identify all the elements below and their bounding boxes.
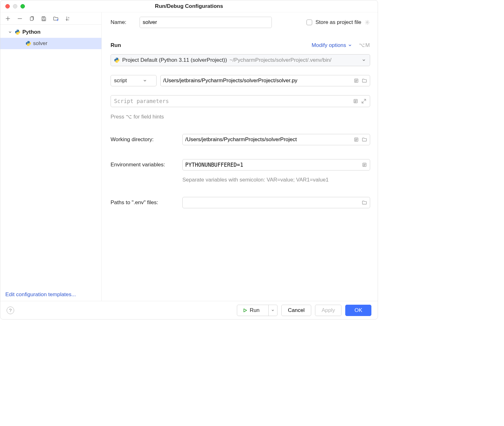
python-icon — [114, 57, 120, 63]
run-section-title: Run — [111, 42, 121, 49]
name-label: Name: — [111, 19, 134, 26]
env-vars-row: Environment variables: — [111, 159, 370, 170]
env-files-label: Paths to ".env" files: — [111, 199, 177, 206]
env-files-input[interactable] — [185, 197, 359, 208]
tree-node-label: Python — [22, 29, 41, 35]
remove-configuration-icon[interactable] — [17, 15, 23, 22]
script-path-field — [160, 75, 370, 86]
cancel-button[interactable]: Cancel — [281, 305, 311, 316]
env-vars-input[interactable] — [185, 159, 359, 170]
run-button-dropdown[interactable] — [268, 305, 277, 316]
svg-rect-1 — [43, 19, 45, 20]
working-directory-row: Working directory: — [111, 134, 370, 145]
script-mode-dropdown[interactable]: script — [111, 75, 157, 86]
interpreter-label: Project Default (Python 3.11 (solverProj… — [122, 57, 227, 63]
name-input[interactable] — [140, 17, 272, 28]
folder-icon[interactable] — [362, 200, 367, 205]
env-vars-field — [182, 159, 370, 170]
ok-button[interactable]: OK — [345, 305, 371, 316]
save-configuration-icon[interactable] — [41, 15, 47, 22]
working-directory-label: Working directory: — [111, 136, 177, 143]
tree-node-python[interactable]: Python — [0, 26, 101, 38]
script-row: script — [111, 75, 370, 86]
window-title: Run/Debug Configurations — [0, 3, 378, 9]
sort-configurations-icon[interactable]: az — [65, 15, 71, 22]
field-hints-text: Press ⌥ for field hints — [111, 113, 370, 120]
cancel-button-label: Cancel — [288, 307, 305, 314]
edit-templates-link[interactable]: Edit configuration templates... — [5, 291, 76, 298]
modify-options-link[interactable]: Modify options — [312, 42, 352, 49]
env-files-row: Paths to ".env" files: — [111, 197, 370, 208]
python-icon — [15, 29, 20, 35]
folder-icon[interactable] — [362, 78, 367, 83]
sidebar: az Python solver — [0, 12, 102, 301]
apply-button-label: Apply — [322, 307, 335, 314]
run-split-button: Run — [237, 305, 278, 316]
gear-icon[interactable] — [364, 20, 370, 25]
script-mode-value: script — [114, 78, 127, 84]
interpreter-dropdown[interactable]: Project Default (Python 3.11 (solverProj… — [111, 54, 370, 66]
interpreter-path: ~/PycharmProjects/solverProject/.venv/bi… — [230, 57, 358, 63]
working-directory-field — [182, 134, 370, 145]
expand-icon[interactable] — [361, 98, 367, 104]
python-icon — [26, 41, 31, 46]
store-checkbox[interactable] — [306, 20, 312, 25]
store-label: Store as project file — [315, 19, 361, 26]
dialog-footer: ? Run Cancel Apply OK — [0, 301, 378, 319]
tree-node-solver[interactable]: solver — [0, 38, 101, 49]
svg-text:z: z — [68, 19, 69, 21]
store-as-project-file[interactable]: Store as project file — [306, 19, 370, 26]
script-parameters-input[interactable] — [114, 95, 350, 107]
apply-button[interactable]: Apply — [315, 305, 342, 316]
help-icon[interactable]: ? — [7, 307, 14, 314]
history-icon[interactable] — [353, 78, 359, 83]
chevron-down-icon — [271, 309, 274, 312]
svg-text:a: a — [68, 16, 69, 19]
sidebar-toolbar: az — [0, 12, 101, 25]
play-icon — [243, 308, 247, 313]
run-button[interactable]: Run — [237, 305, 265, 316]
run-section-header: Run Modify options ⌥M — [111, 42, 370, 49]
titlebar: Run/Debug Configurations — [0, 0, 378, 12]
configurations-tree: Python solver — [0, 25, 101, 51]
modify-options-shortcut: ⌥M — [359, 42, 370, 49]
chevron-down-icon — [142, 78, 148, 83]
history-icon[interactable] — [362, 162, 367, 168]
name-row: Name: Store as project file — [111, 17, 370, 28]
svg-rect-2 — [43, 17, 44, 18]
chevron-down-icon — [348, 43, 352, 47]
svg-rect-0 — [30, 17, 33, 20]
env-vars-label: Environment variables: — [111, 162, 177, 168]
chevron-down-icon — [361, 57, 367, 63]
copy-configuration-icon[interactable] — [29, 15, 35, 22]
run-button-label: Run — [250, 307, 260, 314]
svg-point-5 — [367, 22, 368, 23]
script-path-input[interactable] — [163, 75, 351, 86]
chevron-down-icon — [7, 29, 13, 35]
history-icon[interactable] — [353, 98, 358, 104]
env-vars-hint: Separate variables with semicolon: VAR=v… — [182, 177, 370, 183]
env-files-field — [182, 197, 370, 208]
main-form: Name: Store as project file Run Modify o… — [102, 12, 378, 301]
modify-options-text: Modify options — [312, 42, 346, 49]
folder-configuration-icon[interactable] — [53, 15, 59, 22]
script-parameters-field — [111, 95, 370, 107]
ok-button-label: OK — [354, 307, 362, 314]
tree-node-label: solver — [33, 40, 47, 47]
working-directory-input[interactable] — [185, 134, 351, 145]
add-configuration-icon[interactable] — [5, 15, 11, 22]
history-icon[interactable] — [353, 137, 359, 142]
folder-icon[interactable] — [362, 137, 367, 142]
